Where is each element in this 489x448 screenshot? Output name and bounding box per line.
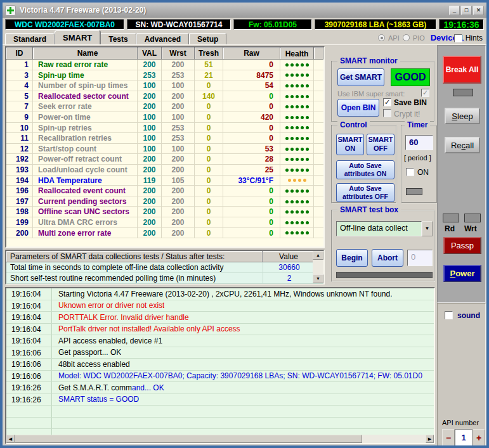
smart-raw: 0 — [223, 186, 280, 196]
params-scrollbar[interactable]: ▲ ▼ — [313, 251, 323, 283]
scroll-up-icon[interactable]: ▲ — [313, 251, 323, 260]
smart-row[interactable]: 5Reallocated sector count2002001400 — [6, 91, 323, 102]
tab-smart[interactable]: SMART — [55, 30, 100, 44]
api-number-label: API number — [442, 419, 479, 426]
smart-spare — [314, 91, 323, 101]
health-dot-icon — [290, 231, 294, 234]
col-header-val[interactable]: VAL — [138, 48, 162, 60]
col-header-raw[interactable]: Raw — [223, 48, 280, 60]
maximize-button[interactable]: □ — [461, 6, 472, 15]
save-bin-checkbox[interactable] — [383, 98, 391, 106]
passp-button[interactable]: Passp — [443, 237, 481, 254]
auto-save-on-button[interactable]: Auto Save attributes ON — [336, 160, 394, 179]
get-smart-button[interactable]: Get SMART — [337, 68, 384, 86]
scroll-right-icon[interactable]: ▶ — [426, 435, 434, 443]
api-number-value: 1 — [455, 429, 473, 446]
ibm-smart-checkbox[interactable] — [421, 89, 429, 97]
pio-radio[interactable] — [403, 34, 410, 41]
smart-table-body: 1Raw read error rate2002005103Spin-up ti… — [6, 60, 323, 238]
break-all-button[interactable]: Break All — [443, 56, 481, 84]
abort-button[interactable]: Abort — [372, 249, 403, 267]
smart-row[interactable]: 198Offline scan UNC sectors20020000 — [6, 207, 323, 217]
smart-health-dots — [280, 101, 314, 112]
smart-row[interactable]: 192Power-off retract count200200028 — [6, 154, 323, 165]
health-dot-icon — [285, 74, 289, 77]
health-dot-icon — [296, 231, 299, 234]
log-message-part: PortTalk driver not installed! Available… — [58, 324, 240, 333]
timer-on-checkbox[interactable] — [406, 168, 414, 176]
api-number-plus-button[interactable]: + — [473, 429, 485, 446]
tab-advanced[interactable]: Advanced — [136, 33, 189, 44]
smart-id: 192 — [6, 154, 33, 164]
col-header-wrst[interactable]: Wrst — [162, 48, 195, 60]
smart-spare — [314, 60, 323, 70]
tab-setup[interactable]: Setup — [189, 33, 226, 44]
smart-row[interactable]: 1Raw read error rate200200510 — [6, 60, 323, 70]
api-number-minus-button[interactable]: − — [442, 429, 455, 446]
tab-tests[interactable]: Tests — [100, 33, 136, 44]
scroll-thumb[interactable] — [15, 435, 362, 443]
health-dot-icon — [290, 137, 294, 140]
smart-row[interactable]: 193Load/unload cycle count200200025 — [6, 165, 323, 176]
health-dot-icon — [290, 158, 294, 161]
close-button[interactable]: ✕ — [473, 6, 484, 15]
log-panel[interactable]: 19:16:04Starting Victoria 4.47 Freeware … — [5, 287, 435, 444]
minimize-button[interactable]: _ — [449, 6, 460, 15]
smart-row[interactable]: 197Current pending sectors20020000 — [6, 196, 323, 207]
power-button[interactable]: Power — [443, 265, 481, 282]
auto-save-off-button[interactable]: Auto Save attributes OFF — [336, 183, 394, 202]
smart-wrst: 200 — [162, 228, 195, 238]
sleep-button[interactable]: Sleep — [445, 108, 480, 124]
health-dot-icon — [306, 200, 309, 203]
scroll-left-icon[interactable]: ◀ — [6, 435, 15, 443]
health-dot-icon — [301, 74, 304, 77]
health-dot-icon — [288, 179, 291, 182]
smart-row[interactable]: 4Number of spin-up times100100054 — [6, 80, 323, 91]
smart-row[interactable]: 199Ultra DMA CRC errors20020000 — [6, 217, 323, 228]
health-dot-icon — [296, 169, 299, 172]
begin-button[interactable]: Begin — [336, 249, 368, 267]
smart-tresh: 0 — [195, 176, 223, 186]
smart-name: Recalibration retries — [33, 133, 138, 143]
health-dot-icon — [301, 137, 304, 140]
smart-off-button[interactable]: SMART OFF — [367, 134, 394, 155]
smart-row[interactable]: 200Multi zone error rate20020000 — [6, 228, 323, 239]
smart-row[interactable]: 3Spin-up time253253218475 — [6, 70, 323, 81]
smart-row[interactable]: 11Recalibration retries10025300 — [6, 133, 323, 144]
scroll-down-icon[interactable]: ▼ — [313, 274, 323, 283]
test-select-value[interactable]: Off-line data collect — [336, 221, 422, 236]
smart-on-button[interactable]: SMART ON — [336, 134, 364, 155]
hints-label: Hints — [466, 34, 483, 42]
timer-period-input[interactable]: 60 — [405, 135, 433, 150]
smart-id: 196 — [6, 186, 33, 196]
api-radio[interactable] — [378, 34, 385, 41]
health-dot-icon — [301, 105, 304, 108]
log-hscrollbar[interactable]: ◀ ▶ — [6, 435, 434, 443]
recall-button[interactable]: Recall — [445, 137, 480, 153]
smart-val: 200 — [138, 217, 162, 227]
smart-row[interactable]: 9Power-on time1001000420 — [6, 112, 323, 123]
col-header-id[interactable]: ID — [6, 48, 33, 60]
col-header-health[interactable]: Health — [280, 48, 314, 60]
log-time: 19:16:04 — [6, 288, 52, 300]
crypt-checkbox[interactable] — [383, 109, 391, 117]
open-bin-button[interactable]: Open BIN — [337, 99, 379, 117]
smart-row[interactable]: 7Seek error rate20020000 — [6, 101, 323, 112]
smart-row[interactable]: 194HDA Temperature119105033°C/91°F — [6, 176, 323, 186]
sound-checkbox[interactable] — [445, 311, 453, 319]
tab-standard[interactable]: Standard — [5, 33, 55, 44]
smart-id: 7 — [6, 101, 33, 112]
smart-wrst: 200 — [162, 60, 195, 70]
smart-row[interactable]: 196Reallocated event count20020000 — [6, 186, 323, 196]
smart-row[interactable]: 10Spin-up retries10025300 — [6, 123, 323, 134]
health-dot-icon — [285, 169, 289, 172]
app-icon — [5, 5, 16, 16]
test-select-dropdown-icon[interactable]: ▼ — [422, 221, 433, 236]
health-dot-icon — [301, 116, 304, 119]
hints-checkbox[interactable] — [454, 34, 462, 42]
col-header-name[interactable]: Name — [33, 48, 138, 60]
smart-row[interactable]: 12Start/stop count100100053 — [6, 144, 323, 155]
col-header-tresh[interactable]: Tresh — [195, 48, 223, 60]
test-counter-field[interactable]: 0 — [407, 250, 433, 266]
health-dot-icon — [290, 126, 294, 129]
